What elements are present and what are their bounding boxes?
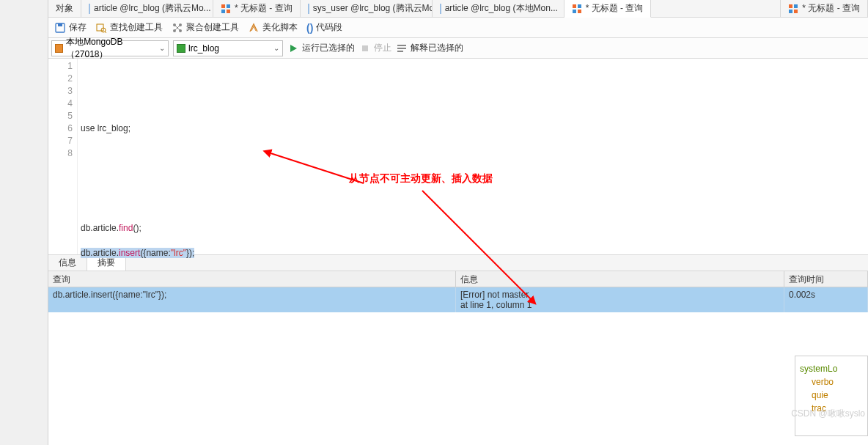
query-toolbar: 保存 查找创建工具 聚合创建工具 美化脚本 () 代码段 xyxy=(48,18,868,38)
svg-rect-6 xyxy=(573,10,576,13)
query-icon xyxy=(788,4,798,14)
stop-button[interactable]: 停止 xyxy=(359,42,391,54)
floating-code-preview: systemLo verbo quie trac xyxy=(795,356,868,436)
result-row[interactable]: db.article.insert({name:"lrc"}); [Error]… xyxy=(48,287,868,312)
main-panel: 对象 article @lrc_blog (腾讯云Mo... * 无标题 - 查… xyxy=(48,0,868,445)
tab-query-right[interactable]: * 无标题 - 查询 xyxy=(780,0,868,17)
tab-article-tencent[interactable]: article @lrc_blog (腾讯云Mo... xyxy=(81,0,213,17)
svg-rect-8 xyxy=(789,4,792,8)
svg-rect-11 xyxy=(794,10,798,13)
svg-rect-24 xyxy=(362,45,368,51)
svg-rect-14 xyxy=(97,24,103,31)
save-button[interactable]: 保存 xyxy=(54,21,87,34)
find-builder-button[interactable]: 查找创建工具 xyxy=(95,21,163,34)
svg-rect-3 xyxy=(227,10,230,13)
svg-rect-27 xyxy=(397,51,403,52)
svg-rect-1 xyxy=(227,4,230,8)
svg-rect-26 xyxy=(397,48,406,49)
svg-rect-10 xyxy=(789,10,792,13)
tab-objects[interactable]: 对象 xyxy=(48,0,81,17)
svg-line-16 xyxy=(105,32,106,33)
play-icon xyxy=(287,43,299,54)
run-selected-button[interactable]: 运行已选择的 xyxy=(287,42,355,54)
explain-button[interactable]: 解释已选择的 xyxy=(396,42,463,54)
agg-builder-button[interactable]: 聚合创建工具 xyxy=(172,21,239,34)
stop-icon xyxy=(359,43,371,54)
beautify-icon xyxy=(248,22,260,34)
svg-rect-5 xyxy=(578,4,581,8)
tab-article-local[interactable]: article @lrc_blog (本地Mon... xyxy=(433,0,564,17)
connection-bar: 本地MongoDB（27018） ⌄ lrc_blog ⌄ 运行已选择的 停止 … xyxy=(48,38,868,59)
svg-marker-23 xyxy=(290,45,297,52)
code-area[interactable]: use lrc_blog; db.article.find(); db.arti… xyxy=(78,59,868,254)
svg-rect-4 xyxy=(573,4,576,8)
left-app-gutter xyxy=(0,0,48,445)
watermark-text: CSDN @啾啾syslo xyxy=(791,408,865,420)
chevron-down-icon: ⌄ xyxy=(273,44,279,52)
cell-info: [Error] not master at line 1, column 1 xyxy=(456,287,784,312)
beautify-button[interactable]: 美化脚本 xyxy=(248,21,298,34)
table-icon xyxy=(440,4,441,14)
agg-builder-icon xyxy=(172,22,183,34)
svg-rect-13 xyxy=(58,23,62,26)
find-builder-icon xyxy=(95,22,107,34)
table-icon xyxy=(89,4,90,14)
cell-time: 0.002s xyxy=(784,287,868,312)
svg-rect-25 xyxy=(397,45,406,46)
explain-icon xyxy=(396,43,408,54)
svg-rect-2 xyxy=(221,10,225,13)
document-tabbar: 对象 article @lrc_blog (腾讯云Mo... * 无标题 - 查… xyxy=(48,0,868,18)
server-combo[interactable]: 本地MongoDB（27018） ⌄ xyxy=(51,40,169,56)
svg-rect-9 xyxy=(794,4,798,8)
svg-rect-0 xyxy=(221,4,225,8)
table-icon xyxy=(308,4,309,14)
database-icon xyxy=(177,44,185,53)
snippet-button[interactable]: () 代码段 xyxy=(306,21,342,34)
parentheses-icon: () xyxy=(306,22,313,34)
query-icon xyxy=(221,4,231,14)
database-combo[interactable]: lrc_blog ⌄ xyxy=(173,40,283,56)
svg-rect-7 xyxy=(578,10,581,13)
tab-query-1[interactable]: * 无标题 - 查询 xyxy=(213,0,301,17)
cell-query: db.article.insert({name:"lrc"}); xyxy=(48,287,456,312)
code-editor[interactable]: 12345678 use lrc_blog; db.article.find()… xyxy=(48,59,868,255)
tab-query-active[interactable]: * 无标题 - 查询 xyxy=(564,0,652,18)
query-icon xyxy=(572,4,582,14)
chevron-down-icon: ⌄ xyxy=(159,44,165,52)
server-icon xyxy=(55,44,63,53)
line-gutter: 12345678 xyxy=(48,59,78,254)
tab-sysuser[interactable]: sys_user @lrc_blog (腾讯云Mo... xyxy=(301,0,433,17)
save-icon xyxy=(54,22,66,34)
